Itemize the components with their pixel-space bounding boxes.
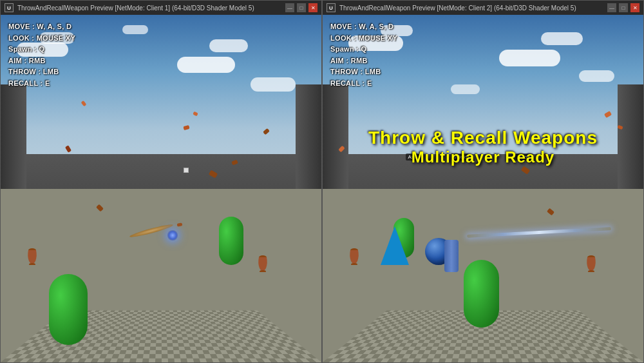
client2-close-button[interactable]: ✕ xyxy=(630,3,639,12)
client1-close-button[interactable]: ✕ xyxy=(308,3,317,12)
svg-point-1 xyxy=(29,263,35,265)
client2-titlebar-left: U ThrowAndRecallWeapon Preview [NetMode:… xyxy=(327,3,576,12)
client1-titlebar-left: U ThrowAndRecallWeapon Preview [NetMode:… xyxy=(5,3,254,12)
client1-hud-recall: RECALL : E xyxy=(8,78,75,90)
cloud5 xyxy=(251,77,296,92)
client2-vase2 xyxy=(585,254,597,272)
client1-maximize-button[interactable]: □ xyxy=(297,3,306,12)
cloud6 xyxy=(122,25,148,34)
client1-vase1 xyxy=(26,247,38,265)
client1-hud-move: MOVE : W, A, S, D xyxy=(8,21,75,33)
client2-hud-aim: AIM : RMB xyxy=(330,55,397,67)
client1-viewport: MOVE : W, A, S, D LOOK : MOUSE XY Spawn … xyxy=(1,15,321,362)
client2-hud-throw: THROW : LMB xyxy=(330,66,397,78)
cloud-r3 xyxy=(499,50,560,66)
client1-hud-throw: THROW : LMB xyxy=(8,66,75,78)
client1-minimize-button[interactable]: — xyxy=(285,3,294,12)
client2-titlebar: U ThrowAndRecallWeapon Preview [NetMode:… xyxy=(323,1,643,15)
client2-hud-look: LOOK : MOUSE XY xyxy=(330,33,397,44)
client1-hud: MOVE : W, A, S, D LOOK : MOUSE XY Spawn … xyxy=(8,21,75,90)
client1-hud-spawn: Spawn : Q xyxy=(8,44,75,55)
cloud-r6 xyxy=(451,84,480,94)
client2-window: U ThrowAndRecallWeapon Preview [NetMode:… xyxy=(322,0,644,363)
client2-hud-recall: RECALL : E xyxy=(330,78,397,90)
client2-label-axe: Axe xyxy=(406,153,419,161)
client2-maximize-button[interactable]: □ xyxy=(619,3,628,12)
client1-vase2 xyxy=(257,254,269,272)
client2-label-shield: Shield xyxy=(451,153,469,161)
client1-cube xyxy=(184,168,189,173)
client1-hud-look: LOOK : MOUSE XY xyxy=(8,33,75,44)
client2-label-sword: Sword xyxy=(515,153,534,161)
svg-point-7 xyxy=(588,270,594,272)
client2-cone xyxy=(381,226,409,265)
client2-viewport: MOVE : W, A, S, D LOOK : MOUSE XY Spawn … xyxy=(323,15,643,362)
client1-capsule-large xyxy=(49,274,88,345)
main-container: U ThrowAndRecallWeapon Preview [NetMode:… xyxy=(0,0,644,363)
client2-hud-spawn: Spawn : Q xyxy=(330,44,397,55)
client2-capsule-large xyxy=(464,260,499,328)
client2-cylinder xyxy=(444,240,459,272)
client2-vase1 xyxy=(348,247,360,265)
cloud-r4 xyxy=(541,32,583,45)
cloud-r5 xyxy=(579,70,614,82)
client2-hud-move: MOVE : W, A, S, D xyxy=(330,21,397,33)
client2-minimize-button[interactable]: — xyxy=(607,3,616,12)
ue-logo-right: U xyxy=(327,3,336,12)
client1-capsule-medium xyxy=(219,217,243,265)
svg-point-5 xyxy=(351,263,357,265)
client2-controls[interactable]: — □ ✕ xyxy=(607,3,639,12)
client1-floor xyxy=(1,189,321,363)
client1-controls[interactable]: — □ ✕ xyxy=(285,3,317,12)
client2-title: ThrowAndRecallWeapon Preview [NetMode: C… xyxy=(339,5,576,12)
client1-hud-aim: AIM : RMB xyxy=(8,55,75,67)
client2-hud: MOVE : W, A, S, D LOOK : MOUSE XY Spawn … xyxy=(330,21,397,90)
svg-point-3 xyxy=(260,270,266,272)
ue-logo-left: U xyxy=(5,3,14,12)
client1-titlebar: U ThrowAndRecallWeapon Preview [NetMode:… xyxy=(1,1,321,15)
cloud4 xyxy=(209,39,248,52)
client1-window: U ThrowAndRecallWeapon Preview [NetMode:… xyxy=(0,0,322,363)
client1-title: ThrowAndRecallWeapon Preview [NetMode: C… xyxy=(17,5,254,12)
cloud3 xyxy=(177,57,235,73)
